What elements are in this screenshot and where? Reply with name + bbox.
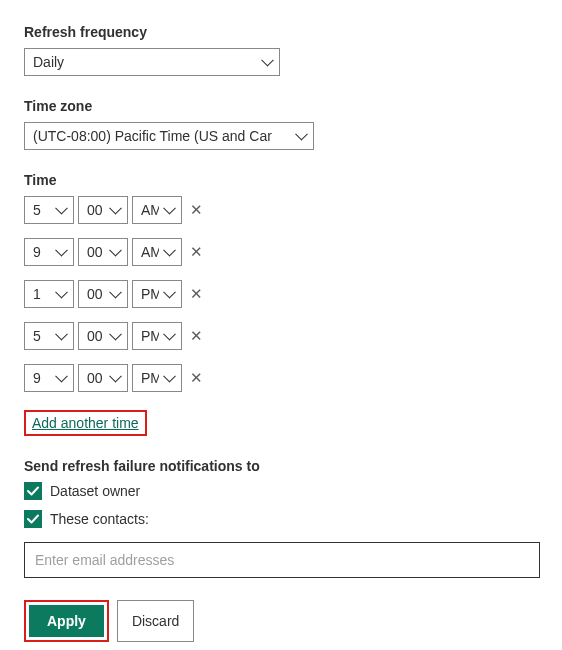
these-contacts-checkbox[interactable] xyxy=(24,510,42,528)
timezone-select[interactable]: (UTC-08:00) Pacific Time (US and Car xyxy=(24,122,314,150)
dataset-owner-label: Dataset owner xyxy=(50,483,140,499)
close-icon[interactable]: ✕ xyxy=(190,369,203,387)
add-another-time-link[interactable]: Add another time xyxy=(32,415,139,431)
close-icon[interactable]: ✕ xyxy=(190,327,203,345)
time-hour-select[interactable]: 1 xyxy=(24,280,74,308)
time-minute-select[interactable]: 00 xyxy=(78,322,128,350)
time-ampm-select[interactable]: PM xyxy=(132,364,182,392)
time-ampm-select[interactable]: AM xyxy=(132,238,182,266)
close-icon[interactable]: ✕ xyxy=(190,243,203,261)
time-row: 1 00 PM ✕ xyxy=(24,280,538,308)
close-icon[interactable]: ✕ xyxy=(190,201,203,219)
close-icon[interactable]: ✕ xyxy=(190,285,203,303)
apply-button[interactable]: Apply xyxy=(29,605,104,637)
time-minute-select[interactable]: 00 xyxy=(78,238,128,266)
highlight-apply: Apply xyxy=(24,600,109,642)
time-ampm-select[interactable]: PM xyxy=(132,322,182,350)
time-label: Time xyxy=(24,172,538,188)
refresh-frequency-select[interactable]: Daily xyxy=(24,48,280,76)
time-hour-select[interactable]: 5 xyxy=(24,196,74,224)
time-minute-select[interactable]: 00 xyxy=(78,196,128,224)
time-row: 5 00 AM ✕ xyxy=(24,196,538,224)
time-hour-select[interactable]: 5 xyxy=(24,322,74,350)
time-ampm-select[interactable]: PM xyxy=(132,280,182,308)
discard-button[interactable]: Discard xyxy=(117,600,194,642)
dataset-owner-checkbox[interactable] xyxy=(24,482,42,500)
time-ampm-select[interactable]: AM xyxy=(132,196,182,224)
time-row: 5 00 PM ✕ xyxy=(24,322,538,350)
time-row: 9 00 PM ✕ xyxy=(24,364,538,392)
these-contacts-label: These contacts: xyxy=(50,511,149,527)
highlight-add-time: Add another time xyxy=(24,410,147,436)
checkmark-icon xyxy=(27,485,39,497)
time-minute-select[interactable]: 00 xyxy=(78,364,128,392)
time-hour-select[interactable]: 9 xyxy=(24,238,74,266)
email-addresses-input[interactable] xyxy=(24,542,540,578)
refresh-frequency-label: Refresh frequency xyxy=(24,24,538,40)
checkmark-icon xyxy=(27,513,39,525)
timezone-label: Time zone xyxy=(24,98,538,114)
notifications-label: Send refresh failure notifications to xyxy=(24,458,538,474)
time-hour-select[interactable]: 9 xyxy=(24,364,74,392)
time-row: 9 00 AM ✕ xyxy=(24,238,538,266)
time-minute-select[interactable]: 00 xyxy=(78,280,128,308)
